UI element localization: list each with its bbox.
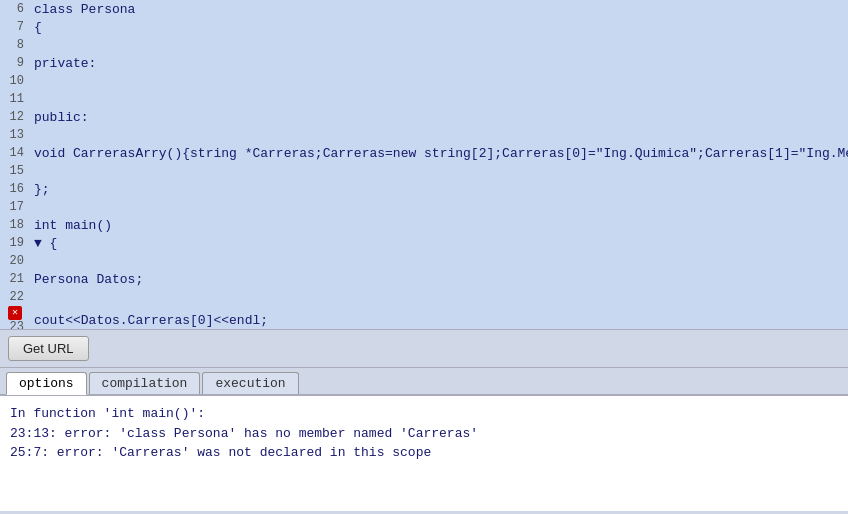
table-row: ✕23cout<<Datos.Carreras[0]<<endl; [0, 306, 848, 330]
line-content: class Persona [30, 0, 848, 18]
line-number: 8 [0, 36, 30, 54]
line-number: 17 [0, 198, 30, 216]
line-number: 20 [0, 252, 30, 270]
line-num-value: 18 [10, 218, 24, 232]
table-row: 16}; [0, 180, 848, 198]
line-num-value: 6 [17, 2, 24, 16]
list-item: In function 'int main()': [10, 404, 838, 424]
table-row: 14void CarrerasArry(){string *Carreras;C… [0, 144, 848, 162]
output-area: In function 'int main()':23:13: error: '… [0, 395, 848, 511]
line-content: { [30, 18, 848, 36]
line-num-value: 17 [10, 200, 24, 214]
line-num-value: 13 [10, 128, 24, 142]
table-row: 20 [0, 252, 848, 270]
line-content: private: [30, 54, 848, 72]
line-num-value: 12 [10, 110, 24, 124]
line-num-value: 7 [17, 20, 24, 34]
line-num-value: 14 [10, 146, 24, 160]
table-row: 22 [0, 288, 848, 306]
line-content: public: [30, 108, 848, 126]
line-num-value: 15 [10, 164, 24, 178]
line-number: 6 [0, 0, 30, 18]
line-content: void CarrerasArry(){string *Carreras;Car… [30, 144, 848, 162]
line-number: 21 [0, 270, 30, 288]
table-row: 19▼ { [0, 234, 848, 252]
line-num-value: 10 [10, 74, 24, 88]
toolbar: Get URL [0, 330, 848, 368]
table-row: 17 [0, 198, 848, 216]
line-number: 16 [0, 180, 30, 198]
table-row: 15 [0, 162, 848, 180]
line-content [30, 36, 848, 54]
line-num-value: 11 [10, 92, 24, 106]
tab-execution[interactable]: execution [202, 372, 298, 394]
error-icon: ✕ [8, 306, 22, 320]
line-content: int main() [30, 216, 848, 234]
table-row: 12public: [0, 108, 848, 126]
line-content: ▼ { [30, 234, 848, 252]
line-num-value: 9 [17, 56, 24, 70]
tabs-bar: options compilation execution [0, 368, 848, 395]
line-num-value: 21 [10, 272, 24, 286]
line-num-value: 8 [17, 38, 24, 52]
line-number: 13 [0, 126, 30, 144]
line-number: 11 [0, 90, 30, 108]
list-item: 23:13: error: 'class Persona' has no mem… [10, 424, 838, 444]
line-content [30, 126, 848, 144]
line-number: 15 [0, 162, 30, 180]
line-num-value: 20 [10, 254, 24, 268]
table-row: 9private: [0, 54, 848, 72]
table-row: 10 [0, 72, 848, 90]
table-row: 6class Persona [0, 0, 848, 18]
line-number: 12 [0, 108, 30, 126]
line-content: cout<<Datos.Carreras[0]<<endl; [30, 306, 848, 330]
tab-options[interactable]: options [6, 372, 87, 395]
line-number: 19 [0, 234, 30, 252]
line-content [30, 288, 848, 306]
line-num-value: 22 [10, 290, 24, 304]
line-content [30, 252, 848, 270]
table-row: 11 [0, 90, 848, 108]
table-row: 21Persona Datos; [0, 270, 848, 288]
list-item: 25:7: error: 'Carreras' was not declared… [10, 443, 838, 463]
get-url-button[interactable]: Get URL [8, 336, 89, 361]
line-number: 22 [0, 288, 30, 306]
code-table: 6class Persona7{89private:101112public:1… [0, 0, 848, 330]
line-number: 18 [0, 216, 30, 234]
tab-compilation[interactable]: compilation [89, 372, 201, 394]
line-content [30, 90, 848, 108]
line-number: 9 [0, 54, 30, 72]
line-content [30, 72, 848, 90]
line-num-value: 19 [10, 236, 24, 250]
line-num-value: 16 [10, 182, 24, 196]
line-content [30, 198, 848, 216]
line-num-value: 23 [10, 320, 24, 330]
table-row: 8 [0, 36, 848, 54]
line-number: 7 [0, 18, 30, 36]
line-number: ✕23 [0, 306, 30, 330]
line-number: 14 [0, 144, 30, 162]
table-row: 13 [0, 126, 848, 144]
line-content [30, 162, 848, 180]
table-row: 18int main() [0, 216, 848, 234]
line-content: }; [30, 180, 848, 198]
table-row: 7{ [0, 18, 848, 36]
code-editor[interactable]: 6class Persona7{89private:101112public:1… [0, 0, 848, 330]
line-content: Persona Datos; [30, 270, 848, 288]
line-number: 10 [0, 72, 30, 90]
